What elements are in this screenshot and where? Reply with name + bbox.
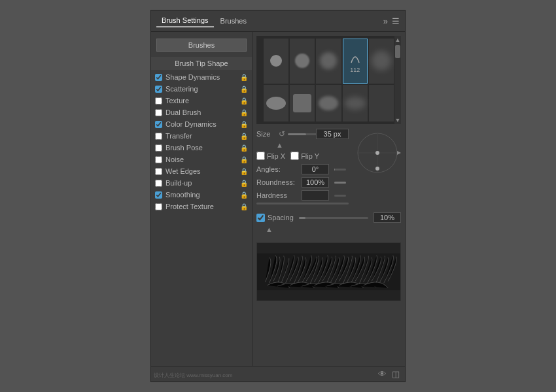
- smoothing-label: Smoothing: [165, 191, 239, 199]
- hardness-input[interactable]: [302, 190, 329, 201]
- sidebar-item-color-dynamics[interactable]: Color Dynamics 🔒: [151, 118, 252, 130]
- eye-icon[interactable]: 👁: [378, 369, 387, 379]
- hardness-full-slider[interactable]: [256, 203, 349, 204]
- lock-icon-1: 🔒: [240, 86, 248, 93]
- brush-cell-7[interactable]: [290, 85, 315, 122]
- lock-icon-10: 🔒: [240, 191, 248, 199]
- scroll-thumb[interactable]: [395, 45, 400, 58]
- angles-label: Angles:: [256, 165, 299, 173]
- noise-checkbox[interactable]: [155, 156, 162, 163]
- hardness-row: Hardness: [256, 190, 349, 201]
- buildup-label: Build-up: [165, 179, 239, 187]
- scattering-checkbox[interactable]: [155, 86, 162, 93]
- sidebar-item-scattering[interactable]: Scattering 🔒: [151, 83, 252, 95]
- hardness-label: Hardness: [256, 191, 299, 199]
- color-dynamics-checkbox[interactable]: [155, 121, 162, 128]
- brush-settings-panel: Brush Settings Brushes » ☰ Brushes Brush…: [150, 10, 406, 382]
- lock-icon-5: 🔒: [240, 133, 248, 140]
- brush-cell-10[interactable]: [369, 85, 394, 122]
- brush-cell-6[interactable]: [264, 85, 288, 122]
- sidebar-item-noise[interactable]: Noise 🔒: [151, 154, 252, 165]
- brush-stroke-svg: [257, 242, 400, 301]
- spacing-slider[interactable]: [299, 217, 368, 219]
- roundness-input[interactable]: [302, 177, 329, 188]
- size-reset-icon[interactable]: ↺: [279, 129, 285, 139]
- lock-icon-8: 🔒: [240, 168, 248, 175]
- texture-label: Texture: [165, 97, 239, 105]
- wet-edges-checkbox[interactable]: [155, 168, 162, 175]
- color-dynamics-label: Color Dynamics: [165, 120, 239, 128]
- sidebar-item-transfer[interactable]: Transfer 🔒: [151, 130, 252, 142]
- roundness-slider[interactable]: [334, 182, 346, 184]
- spacing-label: Spacing: [268, 214, 294, 221]
- size-triangle-row: ▲: [276, 141, 349, 149]
- noise-label: Noise: [165, 155, 239, 163]
- smoothing-checkbox[interactable]: [155, 191, 162, 199]
- lock-icon-2: 🔒: [240, 97, 248, 105]
- spacing-value-input[interactable]: [374, 212, 401, 223]
- panel-body: Brushes Brush Tip Shape Shape Dynamics 🔒…: [151, 32, 405, 366]
- texture-checkbox[interactable]: [155, 97, 162, 105]
- angles-input[interactable]: [302, 164, 329, 174]
- sidebar-item-buildup[interactable]: Build-up 🔒: [151, 177, 252, 189]
- shape-dynamics-checkbox[interactable]: [155, 74, 162, 81]
- spacing-row: Spacing: [256, 212, 401, 223]
- brush-cell-2[interactable]: [290, 39, 315, 84]
- sidebar-item-smoothing[interactable]: Smoothing 🔒: [151, 189, 252, 201]
- panel-tabs: Brush Settings Brushes: [156, 14, 252, 27]
- angles-slider[interactable]: [334, 169, 346, 171]
- flip-x-checkbox[interactable]: [256, 152, 265, 160]
- scroll-up-arrow[interactable]: ▲: [394, 36, 401, 44]
- size-triangle-icon: ▲: [276, 141, 283, 149]
- sidebar-item-texture[interactable]: Texture 🔒: [151, 95, 252, 106]
- size-value-input[interactable]: [316, 129, 349, 139]
- scroll-down-arrow[interactable]: ▼: [394, 116, 401, 124]
- sidebar-item-brush-pose[interactable]: Brush Pose 🔒: [151, 142, 252, 154]
- buildup-checkbox[interactable]: [155, 180, 162, 187]
- expand-icon[interactable]: »: [383, 16, 388, 26]
- brush-pose-label: Brush Pose: [165, 144, 239, 152]
- hardness-slider[interactable]: [334, 195, 346, 197]
- transfer-checkbox[interactable]: [155, 133, 162, 140]
- scattering-label: Scattering: [165, 85, 239, 93]
- brush-scrollbar[interactable]: ▲ ▼: [394, 36, 401, 124]
- brush-tip-shape-label: Brush Tip Shape: [151, 57, 252, 70]
- svg-point-5: [375, 167, 379, 171]
- shape-dynamics-label: Shape Dynamics: [165, 73, 239, 81]
- svg-marker-3: [397, 151, 401, 155]
- wet-edges-label: Wet Edges: [165, 167, 239, 175]
- brushes-button[interactable]: Brushes: [156, 39, 247, 52]
- sidebar-item-dual-brush[interactable]: Dual Brush 🔒: [151, 106, 252, 118]
- angle-circle-svg: [354, 129, 401, 176]
- brush-cell-9[interactable]: [343, 85, 368, 122]
- brush-pose-checkbox[interactable]: [155, 144, 162, 152]
- flip-y-checkbox[interactable]: [290, 152, 299, 160]
- brush-cell-3[interactable]: [316, 39, 341, 84]
- svg-point-4: [375, 151, 379, 155]
- brush-cell-selected[interactable]: 112: [343, 39, 368, 84]
- brush-grid: 112: [261, 36, 396, 124]
- brush-cell-8[interactable]: [316, 85, 341, 122]
- brush-cell-5[interactable]: [369, 39, 394, 84]
- create-new-icon[interactable]: ◫: [392, 369, 400, 379]
- protect-texture-label: Protect Texture: [165, 203, 239, 210]
- brush-cell-1[interactable]: [264, 39, 288, 84]
- spacing-triangle-row: ▲: [266, 225, 401, 233]
- lock-icon-9: 🔒: [240, 180, 248, 187]
- main-content: 112: [252, 32, 405, 366]
- protect-texture-checkbox[interactable]: [155, 203, 162, 210]
- spacing-checkbox[interactable]: [256, 214, 265, 222]
- sidebar-item-protect-texture[interactable]: Protect Texture 🔒: [151, 201, 252, 212]
- tab-brushes[interactable]: Brushes: [215, 14, 252, 27]
- roundness-row: Roundness:: [256, 177, 349, 188]
- sidebar-item-shape-dynamics[interactable]: Shape Dynamics 🔒: [151, 71, 252, 83]
- flip-y-label: Flip Y: [290, 152, 319, 160]
- lock-icon-4: 🔒: [240, 121, 248, 128]
- flip-y-text: Flip Y: [301, 152, 319, 160]
- dual-brush-checkbox[interactable]: [155, 109, 162, 116]
- sidebar-item-wet-edges[interactable]: Wet Edges 🔒: [151, 165, 252, 177]
- tab-brush-settings[interactable]: Brush Settings: [156, 14, 214, 27]
- flip-x-label: Flip X: [256, 152, 285, 160]
- watermark: 设计人生论坛 www.missyuan.com: [154, 372, 232, 379]
- menu-icon[interactable]: ☰: [392, 16, 400, 26]
